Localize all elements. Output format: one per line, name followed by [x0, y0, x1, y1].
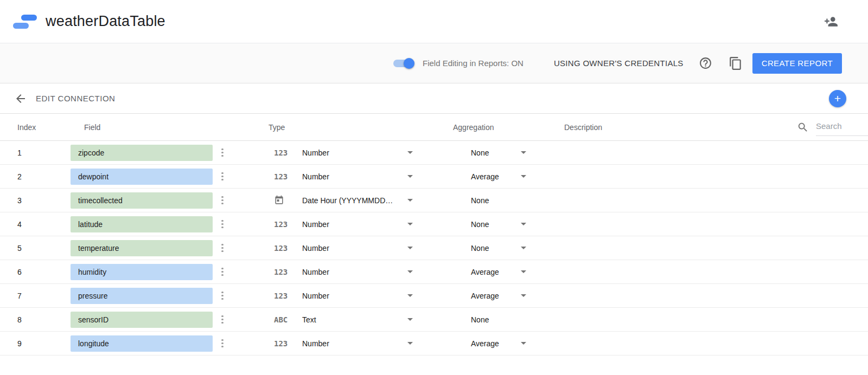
description-cell[interactable]: [559, 308, 868, 331]
column-header-aggregation: Aggregation: [453, 123, 559, 132]
field-chip[interactable]: longitude: [71, 335, 213, 352]
aggregation-value: None: [471, 148, 489, 157]
aggregation-dropdown-arrow-icon[interactable]: [521, 175, 526, 178]
type-select[interactable]: 123 ABC Date Hour (YYYYMMDD…: [269, 189, 453, 212]
aggregation-dropdown-arrow-icon[interactable]: [521, 270, 526, 273]
aggregation-select[interactable]: None: [453, 212, 559, 236]
data-studio-logo-icon[interactable]: [13, 12, 37, 31]
field-options-menu-icon[interactable]: [219, 289, 226, 302]
field-chip[interactable]: pressure: [71, 288, 213, 304]
row-index: 3: [0, 196, 71, 205]
description-cell[interactable]: [559, 260, 868, 283]
type-dropdown-arrow-icon[interactable]: [407, 223, 413, 225]
type-select[interactable]: 123 ABC Number: [269, 212, 453, 236]
toolbar: Field Editing in Reports: ON USING OWNER…: [0, 43, 868, 83]
type-select[interactable]: 123 ABC Number: [269, 236, 453, 260]
type-select[interactable]: 123 ABC Number: [269, 332, 453, 355]
page-title: weatherDataTable: [46, 13, 165, 30]
field-options-menu-icon[interactable]: [219, 242, 226, 255]
add-field-button[interactable]: +: [829, 90, 846, 107]
field-options-menu-icon[interactable]: [219, 194, 226, 207]
type-dropdown-arrow-icon[interactable]: [407, 294, 413, 297]
field-cell: sensorID: [71, 312, 269, 328]
aggregation-dropdown-arrow-icon[interactable]: [521, 294, 526, 297]
credentials-button[interactable]: USING OWNER'S CREDENTIALS: [554, 59, 684, 68]
field-name: sensorID: [78, 315, 108, 324]
field-name: dewpoint: [78, 172, 108, 181]
aggregation-dropdown-arrow-icon[interactable]: [521, 342, 526, 345]
field-options-menu-icon[interactable]: [219, 313, 226, 326]
column-header-index: Index: [0, 123, 71, 132]
aggregation-dropdown-arrow-icon[interactable]: [521, 247, 526, 249]
aggregation-select[interactable]: None: [453, 189, 559, 212]
description-cell[interactable]: [559, 236, 868, 260]
field-chip[interactable]: temperature: [71, 240, 213, 256]
description-cell[interactable]: [559, 332, 868, 355]
type-dropdown-arrow-icon[interactable]: [407, 199, 413, 202]
field-options-menu-icon[interactable]: [219, 266, 226, 279]
field-cell: timecollected: [71, 192, 269, 209]
search-input[interactable]: [816, 119, 868, 136]
type-dropdown-arrow-icon[interactable]: [407, 247, 413, 249]
aggregation-dropdown-arrow-icon[interactable]: [521, 151, 526, 154]
app-header: weatherDataTable: [0, 0, 868, 43]
table-row: 1 zipcode 123 ABC Number None: [0, 141, 868, 165]
aggregation-select[interactable]: Average: [453, 332, 559, 355]
type-select[interactable]: 123 ABC Text: [269, 308, 453, 331]
type-select[interactable]: 123 ABC Number: [269, 141, 453, 164]
description-cell[interactable]: [559, 141, 868, 164]
aggregation-dropdown-arrow-icon[interactable]: [521, 223, 526, 225]
field-chip[interactable]: latitude: [71, 216, 213, 232]
connection-bar: EDIT CONNECTION +: [0, 83, 868, 114]
field-name: humidity: [78, 268, 106, 276]
description-cell[interactable]: [559, 165, 868, 188]
description-cell[interactable]: [559, 212, 868, 236]
row-index: 4: [0, 220, 71, 229]
description-cell[interactable]: [559, 284, 868, 307]
field-cell: zipcode: [71, 145, 269, 161]
create-report-button[interactable]: CREATE REPORT: [752, 53, 842, 74]
type-select[interactable]: 123 ABC Number: [269, 284, 453, 307]
type-dropdown-arrow-icon[interactable]: [407, 175, 413, 178]
field-chip[interactable]: sensorID: [71, 312, 213, 328]
app: weatherDataTable Field Editing in Report…: [0, 0, 868, 355]
table-row: 9 longitude 123 ABC Number Average: [0, 332, 868, 355]
type-value: Number: [302, 268, 329, 276]
type-dropdown-arrow-icon[interactable]: [407, 318, 413, 321]
type-select[interactable]: 123 ABC Number: [269, 260, 453, 283]
search-box: [797, 114, 868, 140]
aggregation-select[interactable]: Average: [453, 284, 559, 307]
date-type-icon: [274, 195, 298, 205]
description-cell[interactable]: [559, 189, 868, 212]
type-dropdown-arrow-icon[interactable]: [407, 342, 413, 345]
type-select[interactable]: 123 ABC Number: [269, 165, 453, 188]
number-type-icon: 123: [274, 292, 298, 300]
field-options-menu-icon[interactable]: [219, 170, 226, 183]
aggregation-select[interactable]: None: [453, 141, 559, 164]
field-cell: pressure: [71, 288, 269, 304]
field-chip[interactable]: zipcode: [71, 145, 213, 161]
field-options-menu-icon[interactable]: [219, 146, 226, 159]
type-value: Number: [302, 244, 329, 253]
copy-icon[interactable]: [729, 56, 743, 70]
field-options-menu-icon[interactable]: [219, 218, 226, 231]
field-chip[interactable]: humidity: [71, 264, 213, 280]
add-person-icon[interactable]: [824, 15, 838, 29]
type-dropdown-arrow-icon[interactable]: [407, 270, 413, 273]
row-index: 1: [0, 148, 71, 157]
aggregation-select[interactable]: None: [453, 308, 559, 331]
number-type-icon: 123: [274, 172, 298, 181]
field-chip[interactable]: dewpoint: [71, 169, 213, 185]
aggregation-select[interactable]: None: [453, 236, 559, 260]
logo-bar-light: [13, 23, 29, 29]
help-icon[interactable]: [699, 56, 712, 70]
aggregation-select[interactable]: Average: [453, 165, 559, 188]
field-options-menu-icon[interactable]: [219, 337, 226, 350]
field-editing-toggle[interactable]: [393, 60, 413, 67]
aggregation-value: None: [471, 315, 489, 324]
type-dropdown-arrow-icon[interactable]: [407, 151, 413, 154]
aggregation-select[interactable]: Average: [453, 260, 559, 283]
table-row: 2 dewpoint 123 ABC Number Average: [0, 165, 868, 189]
field-chip[interactable]: timecollected: [71, 192, 213, 209]
back-arrow-icon[interactable]: [14, 92, 27, 105]
